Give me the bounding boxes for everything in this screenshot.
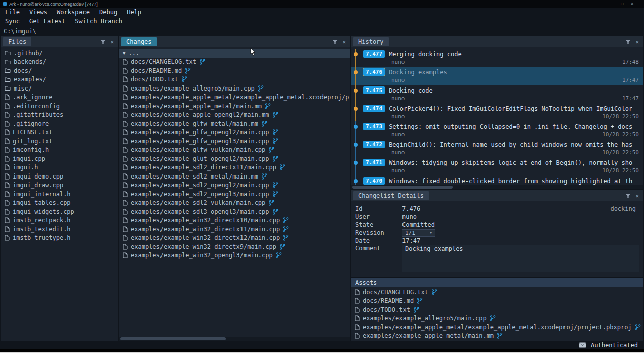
asset-row[interactable]: docs/TODO.txt bbox=[351, 305, 643, 314]
file-tree-item[interactable]: imgui_demo.cpp bbox=[1, 172, 118, 181]
file-tree-item[interactable]: .github/ bbox=[1, 49, 118, 58]
changes-panel-title[interactable]: Changes bbox=[121, 37, 157, 46]
changed-file-row[interactable]: examples/example_win32_opengl3/main.cpp bbox=[119, 251, 350, 260]
history-panel-title[interactable]: History bbox=[353, 37, 389, 46]
file-tree-item[interactable]: imstb_rectpack.h bbox=[1, 216, 118, 225]
changed-file-row[interactable]: examples/example_glfw_metal/main.mm bbox=[119, 119, 350, 128]
changed-file-row[interactable]: examples/example_glut_opengl2/main.cpp bbox=[119, 154, 350, 163]
file-tree-item[interactable]: imgui.cpp bbox=[1, 154, 118, 163]
changed-file-row[interactable]: examples/example_sdl3_opengl3/main.cpp bbox=[119, 207, 350, 216]
revision-badge[interactable]: 7.476 bbox=[363, 68, 385, 76]
file-tree-item[interactable]: imgui_internal.h bbox=[1, 190, 118, 199]
changed-file-row[interactable]: examples/example_sdl2_directx11/main.cpp bbox=[119, 163, 350, 172]
commit-row[interactable]: 7.477 Merging docking code nuno 17:48 bbox=[351, 49, 643, 67]
revision-badge[interactable]: 7.470 bbox=[363, 177, 385, 185]
file-tree-item[interactable]: backends/ bbox=[1, 58, 118, 67]
file-tree-item[interactable]: imstb_truetype.h bbox=[1, 234, 118, 243]
minimize-icon[interactable]: ─ bbox=[611, 2, 614, 6]
close-panel-icon[interactable]: ✕ bbox=[635, 193, 639, 199]
changed-file-row[interactable]: examples/example_sdl2_opengl3/main.cpp bbox=[119, 190, 350, 199]
detail-field-revision: Revision 1/1 ▾ bbox=[355, 229, 639, 237]
asset-row[interactable]: docs/README.md bbox=[351, 297, 643, 306]
changed-file-row[interactable]: docs/CHANGELOG.txt bbox=[119, 58, 350, 67]
scrollbar-thumb[interactable] bbox=[352, 186, 453, 189]
file-tree-item[interactable]: .gitignore bbox=[1, 119, 118, 128]
file-icon bbox=[5, 164, 10, 170]
changed-file-row[interactable]: examples/example_allegro5/main.cpp bbox=[119, 84, 350, 93]
commit-row[interactable]: 7.474 ColorPicker4(): Fixed ImGuiColorEd… bbox=[351, 103, 643, 121]
commit-row[interactable]: 7.472 BeginChild(): Internal name used b… bbox=[351, 139, 643, 157]
revision-badge[interactable]: 7.474 bbox=[363, 105, 385, 112]
toolbar-button[interactable]: Sync bbox=[5, 18, 20, 25]
changed-file-row[interactable]: docs/TODO.txt bbox=[119, 75, 350, 84]
file-tree-item[interactable]: LICENSE.txt bbox=[1, 128, 118, 137]
commit-row[interactable]: 7.476 Docking examples nuno 17:47 bbox=[351, 67, 643, 85]
scrollbar-thumb[interactable] bbox=[120, 337, 226, 340]
file-tree-item[interactable]: .editorconfig bbox=[1, 102, 118, 111]
close-icon[interactable]: ✕ bbox=[630, 2, 634, 6]
file-tree-item[interactable]: docs/ bbox=[1, 66, 118, 75]
timeline-node-icon bbox=[355, 139, 356, 157]
revision-badge[interactable]: 7.475 bbox=[363, 86, 385, 94]
filter-icon[interactable] bbox=[625, 39, 631, 45]
revision-select[interactable]: 1/1 ▾ bbox=[402, 229, 435, 237]
history-horizontal-scrollbar bbox=[351, 185, 643, 189]
changed-file-row[interactable]: examples/example_apple_opengl2/main.mm bbox=[119, 111, 350, 120]
changed-file-row[interactable]: examples/example_win32_directx10/main.cp… bbox=[119, 216, 350, 225]
menu-item[interactable]: Workspace bbox=[57, 9, 90, 16]
file-tree-item[interactable]: imgui_draw.cpp bbox=[1, 181, 118, 190]
file-tree-item[interactable]: imgui_tables.cpp bbox=[1, 199, 118, 208]
file-tree-item[interactable]: .gitattributes bbox=[1, 111, 118, 120]
filter-icon[interactable] bbox=[332, 39, 338, 45]
asset-row[interactable]: docs/CHANGELOG.txt bbox=[351, 288, 643, 297]
filter-icon[interactable] bbox=[100, 39, 106, 45]
changed-file-row[interactable]: examples/example_apple_metal/main.mm bbox=[119, 102, 350, 111]
menu-item[interactable]: File bbox=[5, 9, 20, 16]
changed-file-row[interactable]: examples/example_apple_metal/example_app… bbox=[119, 93, 350, 102]
close-panel-icon[interactable]: ✕ bbox=[635, 39, 639, 45]
revision-badge[interactable]: 7.477 bbox=[363, 50, 385, 58]
menu-item[interactable]: Debug bbox=[99, 9, 117, 16]
commit-row[interactable]: 7.475 Docking code nuno 17:47 bbox=[351, 85, 643, 103]
menu-item[interactable]: Help bbox=[127, 9, 141, 16]
changed-file-row[interactable]: examples/example_win32_directx9/main.cpp bbox=[119, 242, 350, 251]
changed-file-row[interactable]: examples/example_sdl2_opengl2/main.cpp bbox=[119, 181, 350, 190]
maximize-icon[interactable]: □ bbox=[621, 2, 623, 6]
asset-row[interactable]: examples/example_allegro5/main.cpp bbox=[351, 314, 643, 323]
changed-file-row[interactable]: examples/example_sdl2_metal/main.mm bbox=[119, 172, 350, 181]
toolbar-button[interactable]: Get Latest bbox=[29, 18, 65, 25]
file-tree-item[interactable]: imconfig.h bbox=[1, 146, 118, 155]
commit-row[interactable]: 7.473 Settings: omit outputing Collapsed… bbox=[351, 121, 643, 139]
commit-row[interactable]: 7.470 Windows: fixed double-clicked bord… bbox=[351, 175, 643, 185]
file-tree-item[interactable]: imgui.h bbox=[1, 163, 118, 172]
commit-row[interactable]: 7.471 Windows: tidying up skipitems logi… bbox=[351, 157, 643, 175]
close-panel-icon[interactable]: ✕ bbox=[110, 39, 114, 45]
toolbar-button[interactable]: Switch Branch bbox=[75, 18, 122, 25]
filter-icon[interactable] bbox=[625, 193, 631, 199]
file-tree-item[interactable]: imstb_textedit.h bbox=[1, 225, 118, 234]
file-tree-item[interactable]: misc/ bbox=[1, 84, 118, 93]
changed-file-row[interactable]: examples/example_sdl2_vulkan/main.cpp bbox=[119, 199, 350, 208]
revision-badge[interactable]: 7.471 bbox=[363, 159, 385, 166]
changed-file-row[interactable]: examples/example_glfw_opengl2/main.cpp bbox=[119, 128, 350, 137]
changed-file-row[interactable]: examples/example_glfw_vulkan/main.cpp bbox=[119, 146, 350, 155]
asset-row[interactable]: examples/example_apple_metal/example_app… bbox=[351, 323, 643, 332]
revision-badge[interactable]: 7.473 bbox=[363, 123, 385, 130]
asset-row[interactable]: examples/example_apple_metal/main.mm bbox=[351, 332, 643, 341]
file-tree-item[interactable]: examples/ bbox=[1, 75, 118, 84]
changelist-expander-row[interactable]: ▼ ... bbox=[119, 49, 350, 58]
details-panel-title[interactable]: Changelist Details bbox=[353, 191, 429, 200]
menu-item[interactable]: Views bbox=[29, 9, 47, 16]
files-panel-title[interactable]: Files bbox=[3, 37, 31, 46]
file-tree-item[interactable]: git_log.txt bbox=[1, 137, 118, 146]
file-tree-item[interactable]: .ark_ignore bbox=[1, 93, 118, 102]
revision-badge[interactable]: 7.472 bbox=[363, 141, 385, 148]
changed-file-row[interactable]: examples/example_win32_directx12/main.cp… bbox=[119, 234, 350, 243]
changed-file-row[interactable]: examples/example_glfw_opengl3/main.cpp bbox=[119, 137, 350, 146]
close-panel-icon[interactable]: ✕ bbox=[342, 39, 346, 45]
changed-file-row[interactable]: docs/README.md bbox=[119, 66, 350, 75]
file-tree-item[interactable]: imgui_widgets.cpp bbox=[1, 207, 118, 216]
file-name: .gitattributes bbox=[13, 111, 63, 118]
changed-file-row[interactable]: examples/example_win32_directx11/main.cp… bbox=[119, 225, 350, 234]
comment-box[interactable]: Docking examples bbox=[402, 245, 639, 272]
